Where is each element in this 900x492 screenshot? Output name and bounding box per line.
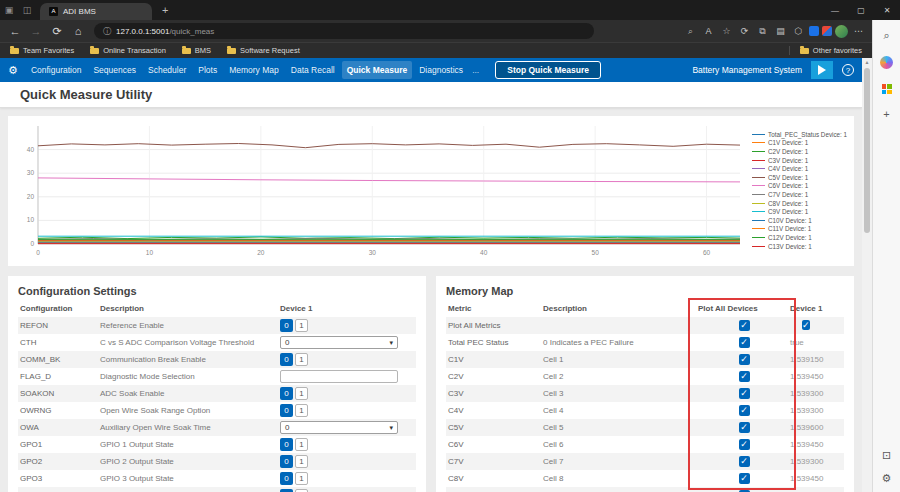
site-info-icon[interactable]: ⓘ [103,26,111,37]
legend-item[interactable]: C2V Device: 1 [752,147,850,156]
toggle-option-0[interactable]: 0 [280,387,293,400]
nav-item-scheduler[interactable]: Scheduler [143,61,191,79]
extension-badge-color[interactable] [822,26,832,36]
legend-item[interactable]: C1V Device: 1 [752,139,850,148]
legend-item[interactable]: C13V Device: 1 [752,242,850,251]
legend-item[interactable]: Total_PEC_Status Device: 1 [752,130,850,139]
toggle-option-0[interactable]: 0 [280,438,293,451]
legend-item[interactable]: C8V Device: 1 [752,199,850,208]
favorite-star-icon[interactable]: ☆ [719,26,734,36]
checked-checkbox[interactable]: ✓ [739,473,750,484]
nav-item-memory-map[interactable]: Memory Map [224,61,284,79]
back-icon[interactable]: ← [6,25,24,37]
toggle-option-1[interactable]: 1 [295,404,308,417]
legend-item[interactable]: C10V Device: 1 [752,216,850,225]
nav-item-sequences[interactable]: Sequences [88,61,141,79]
refresh-icon[interactable]: ⟳ [48,25,66,38]
toggle-option-0[interactable]: 0 [280,353,293,366]
legend-item[interactable]: C5V Device: 1 [752,173,850,182]
legend-item[interactable]: C11V Device: 1 [752,225,850,234]
toggle-option-1[interactable]: 1 [295,319,308,332]
nav-item-quick-measure[interactable]: Quick Measure [342,61,412,79]
binary-toggle: 01 [280,319,414,332]
checked-checkbox[interactable]: ✓ [739,354,750,365]
microsoft-365-icon[interactable] [882,84,892,94]
favorite-item[interactable]: Online Transaction [90,46,166,55]
legend-item[interactable]: C7V Device: 1 [752,190,850,199]
toggle-option-1[interactable]: 1 [295,472,308,485]
config-text-input[interactable] [280,370,398,383]
legend-item[interactable]: C4V Device: 1 [752,164,850,173]
add-sidebar-item-icon[interactable]: + [883,109,889,120]
toggle-option-1[interactable]: 1 [295,353,308,366]
nav-overflow-icon[interactable]: ... [468,65,483,75]
folder-icon [90,48,99,54]
checked-checkbox[interactable]: ✓ [802,320,810,330]
nav-item-diagnostics[interactable]: Diagnostics [414,61,468,79]
config-control-cell: 01 [280,438,414,451]
checked-checkbox[interactable]: ✓ [739,405,750,416]
nav-item-data-recall[interactable]: Data Recall [286,61,340,79]
checked-checkbox[interactable]: ✓ [739,439,750,450]
minimize-button[interactable]: — [822,0,848,20]
checked-checkbox[interactable]: ✓ [739,422,750,433]
split-screen-icon[interactable]: ⧉ [755,26,770,37]
config-control-cell: 01 [280,404,414,417]
toggle-option-0[interactable]: 0 [280,404,293,417]
history-icon[interactable]: ⟳ [737,26,752,36]
help-icon[interactable]: ? [842,64,854,76]
search-icon[interactable]: ⌕ [883,30,889,41]
favorite-item[interactable]: Software Request [227,46,300,55]
favorites-items: Team FavoritesOnline TransactionBMSSoftw… [10,46,300,55]
checked-checkbox[interactable]: ✓ [739,388,750,399]
toggle-option-1[interactable]: 1 [295,387,308,400]
favorite-item[interactable]: Team Favorites [10,46,74,55]
configuration-settings-table: ConfigurationDescriptionDevice 1REFONRef… [18,300,416,492]
zoom-icon[interactable]: ⌕ [683,26,698,37]
settings-gear-icon[interactable]: ⚙ [882,473,892,484]
favorite-item[interactable]: BMS [182,46,211,55]
toggle-option-1[interactable]: 1 [295,455,308,468]
toggle-option-1[interactable]: 1 [295,438,308,451]
settings-menu-icon[interactable]: ⋯ [851,26,866,36]
checked-checkbox[interactable]: ✓ [739,320,750,331]
home-icon[interactable]: ⌂ [69,25,87,37]
legend-item[interactable]: C9V Device: 1 [752,207,850,216]
legend-item[interactable]: C12V Device: 1 [752,233,850,242]
copilot-icon[interactable] [880,56,893,69]
collections-icon[interactable]: ▤ [773,26,788,36]
checked-checkbox[interactable]: ✓ [739,371,750,382]
toggle-option-0[interactable]: 0 [280,455,293,468]
checked-checkbox[interactable]: ✓ [739,337,750,348]
close-button[interactable]: ✕ [874,0,900,20]
other-favorites[interactable]: Other favorites [789,46,862,55]
config-dropdown[interactable]: 0▾ [280,336,398,349]
stop-quick-measure-button[interactable]: Stop Quick Measure [495,61,601,79]
settings-gear-icon[interactable]: ⚙ [8,64,18,77]
toggle-option-0[interactable]: 0 [280,472,293,485]
read-aloud-icon[interactable]: A [701,26,716,36]
workspaces-icon[interactable]: ▣ [0,5,18,15]
extensions-icon[interactable]: ⬡ [791,26,806,36]
scroll-up-icon[interactable]: ▲ [862,58,872,66]
tab-actions-icon[interactable]: ◫ [18,5,36,15]
toggle-option-0[interactable]: 0 [280,319,293,332]
new-tab-button[interactable]: + [162,4,168,16]
legend-item[interactable]: C3V Device: 1 [752,156,850,165]
browser-tab[interactable]: A ADI BMS [40,3,152,20]
config-dropdown[interactable]: 0▾ [280,421,398,434]
checked-checkbox[interactable]: ✓ [739,456,750,467]
favorite-label: Software Request [240,46,300,55]
nav-item-configuration[interactable]: Configuration [26,61,87,79]
maximize-button[interactable]: ▢ [848,0,874,20]
profile-avatar[interactable] [835,25,848,38]
legend-item[interactable]: C6V Device: 1 [752,182,850,191]
nav-item-plots[interactable]: Plots [193,61,222,79]
metric-description: Cell 4 [543,406,698,415]
extension-badge-blue[interactable] [809,26,819,36]
page-scrollbar[interactable]: ▲ [862,58,872,492]
screenshot-icon[interactable]: ⊡ [882,450,891,461]
scrollbar-thumb[interactable] [864,68,870,233]
address-bar[interactable]: ⓘ 127.0.0.1:5001/quick_meas [94,23,594,39]
forward-icon[interactable]: → [27,25,45,37]
